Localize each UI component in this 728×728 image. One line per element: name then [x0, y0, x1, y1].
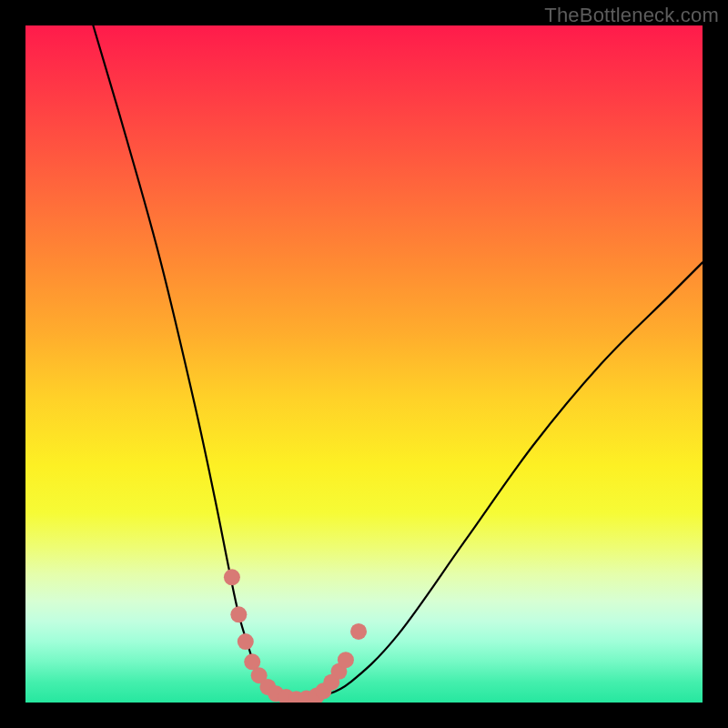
- bottleneck-curve: [93, 25, 703, 700]
- highlight-marker: [338, 652, 354, 668]
- highlight-marker: [238, 633, 254, 650]
- curve-layer: [25, 25, 703, 703]
- chart-container: TheBottleneck.com: [0, 0, 728, 728]
- highlight-marker: [230, 606, 247, 622]
- plot-area: [25, 25, 703, 703]
- watermark-text: TheBottleneck.com: [544, 4, 719, 27]
- highlight-marker: [224, 569, 240, 585]
- highlight-marker-group: [224, 569, 367, 703]
- highlight-marker: [350, 623, 367, 640]
